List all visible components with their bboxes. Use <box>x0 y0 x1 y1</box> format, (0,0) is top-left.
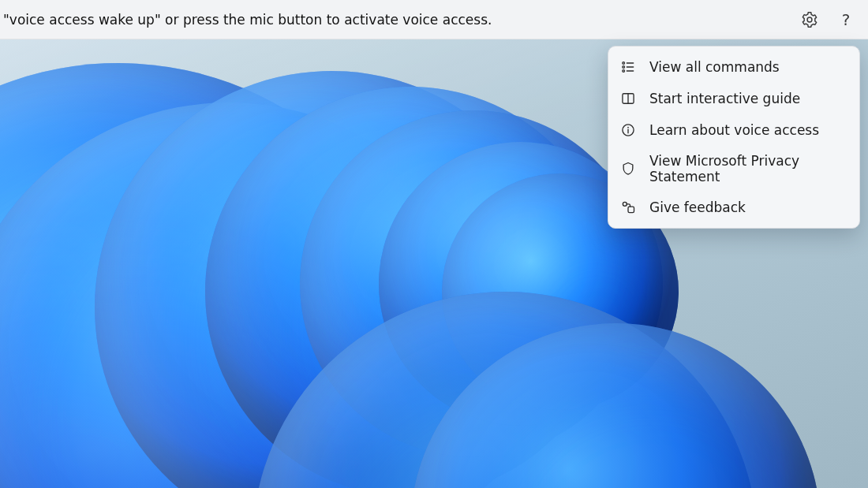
menu-give-feedback[interactable]: Give feedback <box>608 192 859 223</box>
list-settings-icon <box>619 58 637 76</box>
voice-access-toolbar: "voice access wake up" or press the mic … <box>0 0 868 39</box>
voice-access-hint: "voice access wake up" or press the mic … <box>3 12 799 28</box>
menu-view-privacy-statement[interactable]: View Microsoft Privacy Statement <box>608 146 859 192</box>
feedback-icon <box>619 199 637 216</box>
menu-item-label: Start interactive guide <box>649 91 845 106</box>
help-menu: View all commands Start interactive guid… <box>608 46 860 229</box>
gear-icon <box>801 11 818 28</box>
menu-view-all-commands[interactable]: View all commands <box>608 51 859 83</box>
menu-item-label: Learn about voice access <box>649 122 845 138</box>
help-button[interactable]: ? <box>835 9 857 31</box>
menu-item-label: View all commands <box>649 59 845 75</box>
book-open-icon <box>619 90 637 107</box>
svg-point-1 <box>623 62 625 65</box>
svg-rect-13 <box>628 207 634 213</box>
svg-point-12 <box>623 202 627 206</box>
menu-learn-about-voice-access[interactable]: Learn about voice access <box>608 114 859 146</box>
shield-icon <box>619 160 637 177</box>
menu-item-label: View Microsoft Privacy Statement <box>649 153 845 184</box>
menu-start-interactive-guide[interactable]: Start interactive guide <box>608 83 859 114</box>
menu-item-label: Give feedback <box>649 199 845 215</box>
svg-point-5 <box>623 70 625 73</box>
svg-point-0 <box>807 17 812 22</box>
help-icon: ? <box>842 10 851 29</box>
svg-point-3 <box>623 66 625 69</box>
toolbar-actions: ? <box>799 9 860 31</box>
settings-button[interactable] <box>799 9 821 31</box>
info-icon <box>619 121 637 139</box>
svg-point-11 <box>627 127 629 129</box>
